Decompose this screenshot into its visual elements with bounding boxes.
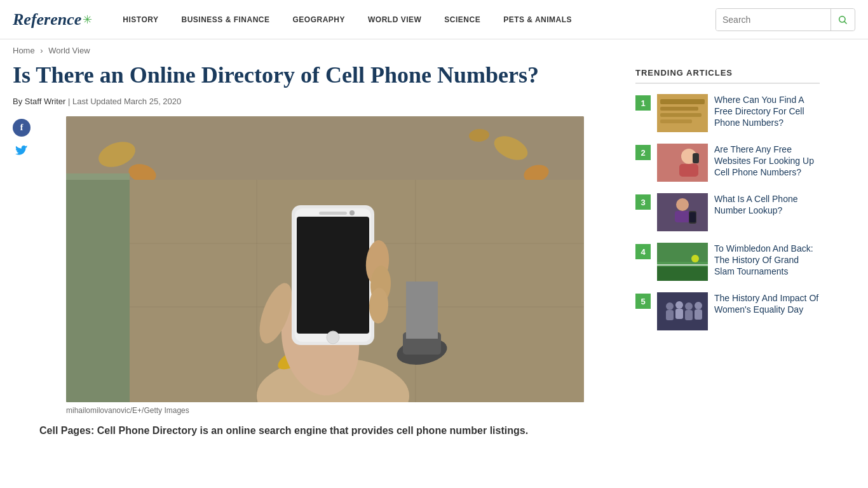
- breadcrumb: Home › World View: [0, 39, 868, 62]
- trending-title-2: Are There Any Free Websites For Looking …: [714, 144, 820, 179]
- trending-thumb-1: [657, 94, 708, 132]
- trending-badge-2: 2: [635, 145, 651, 160]
- last-updated-label: Last Updated: [72, 97, 121, 106]
- image-caption: mihailomilovanovic/E+/Getty Images: [66, 406, 584, 415]
- svg-rect-27: [297, 217, 369, 334]
- nav-science[interactable]: SCIENCE: [433, 15, 492, 24]
- svg-rect-57: [675, 309, 683, 319]
- svg-line-1: [844, 22, 846, 24]
- trending-thumb-5: [657, 292, 708, 330]
- article-body-bold: Cell Pages: Cell Phone Directory is an o…: [39, 425, 584, 437]
- svg-point-29: [349, 210, 355, 215]
- svg-rect-49: [657, 265, 708, 281]
- logo-star: ✳: [83, 13, 92, 27]
- svg-rect-28: [319, 212, 347, 215]
- social-icons: f: [13, 119, 31, 161]
- trending-title: TRENDING ARTICLES: [635, 68, 820, 84]
- trending-badge-5: 5: [635, 294, 651, 309]
- search-input[interactable]: [716, 9, 831, 30]
- search-icon: [837, 15, 848, 25]
- main-content: Is There an Online Directory of Cell Pho…: [0, 62, 868, 437]
- article-meta: By Staff Writer | Last Updated March 25,…: [13, 97, 616, 106]
- svg-rect-38: [660, 119, 692, 123]
- svg-rect-37: [660, 113, 702, 117]
- svg-rect-36: [660, 107, 698, 111]
- article-author: By Staff Writer: [13, 97, 65, 106]
- svg-rect-59: [685, 310, 693, 320]
- nav-geography[interactable]: GEOGRAPHY: [281, 15, 356, 24]
- trending-title-5: The History And Impact Of Women's Equali…: [714, 292, 820, 315]
- svg-rect-10: [66, 173, 130, 402]
- trending-badge-4: 4: [635, 244, 651, 259]
- article-title: Is There an Online Directory of Cell Pho…: [13, 62, 616, 89]
- trending-title-1: Where Can You Find A Free Directory For …: [714, 94, 820, 129]
- trending-title-3: What Is A Cell Phone Number Lookup?: [714, 193, 820, 216]
- svg-rect-42: [693, 153, 699, 163]
- article-image-container: [39, 116, 584, 402]
- trending-badge-1: 1: [635, 95, 651, 111]
- trending-thumb-2: [657, 144, 708, 182]
- svg-point-60: [695, 302, 702, 309]
- svg-rect-35: [660, 99, 705, 104]
- sidebar: TRENDING ARTICLES 1 Where Can You Find A…: [635, 62, 820, 437]
- nav-pets-animals[interactable]: PETS & ANIMALS: [492, 15, 583, 24]
- trending-item-1[interactable]: 1 Where Can You Find A Free Directory Fo…: [635, 94, 820, 132]
- svg-rect-47: [689, 212, 696, 222]
- trending-title-4: To Wimbledon And Back: The History Of Gr…: [714, 243, 820, 278]
- svg-rect-19: [406, 281, 438, 339]
- svg-rect-11: [66, 173, 130, 180]
- trending-item-5[interactable]: 5 The History And Impact Of Women's Equa…: [635, 292, 820, 330]
- svg-rect-55: [666, 310, 674, 320]
- svg-rect-61: [695, 309, 702, 320]
- search-container: [715, 8, 855, 31]
- article-date: March 25, 2020: [124, 97, 181, 106]
- svg-point-51: [691, 255, 699, 262]
- svg-point-44: [676, 198, 689, 211]
- nav-world-view[interactable]: WORLD VIEW: [356, 15, 433, 24]
- trending-item-2[interactable]: 2 Are There Any Free Websites For Lookin…: [635, 144, 820, 182]
- meta-separator: |: [68, 97, 70, 106]
- breadcrumb-section[interactable]: World View: [48, 46, 90, 55]
- search-button[interactable]: [831, 9, 854, 30]
- breadcrumb-separator: ›: [40, 46, 43, 55]
- trending-thumb-4: [657, 243, 708, 281]
- twitter-bird-icon: [15, 146, 28, 158]
- svg-point-58: [685, 302, 693, 310]
- site-header: Reference✳ HISTORY BUSINESS & FINANCE GE…: [0, 0, 868, 39]
- main-nav: HISTORY BUSINESS & FINANCE GEOGRAPHY WOR…: [111, 15, 715, 24]
- facebook-icon[interactable]: f: [13, 119, 31, 137]
- article-image: [66, 116, 584, 402]
- breadcrumb-home[interactable]: Home: [13, 46, 35, 55]
- twitter-icon[interactable]: [13, 143, 31, 161]
- trending-item-4[interactable]: 4 To Wimbledon And Back: The History Of …: [635, 243, 820, 281]
- svg-point-56: [675, 301, 683, 309]
- nav-history[interactable]: HISTORY: [111, 15, 170, 24]
- trending-badge-3: 3: [635, 194, 651, 210]
- svg-rect-45: [675, 211, 690, 222]
- article: Is There an Online Directory of Cell Pho…: [13, 62, 616, 437]
- nav-business-finance[interactable]: BUSINESS & FINANCE: [170, 15, 281, 24]
- site-logo[interactable]: Reference✳: [13, 10, 92, 29]
- svg-point-54: [666, 302, 674, 310]
- svg-rect-41: [679, 164, 698, 177]
- trending-thumb-3: [657, 193, 708, 231]
- svg-point-30: [327, 331, 339, 344]
- article-image-svg: [66, 116, 584, 402]
- logo-text: Reference: [13, 10, 81, 29]
- trending-item-3[interactable]: 3 What Is A Cell Phone Number Lookup?: [635, 193, 820, 231]
